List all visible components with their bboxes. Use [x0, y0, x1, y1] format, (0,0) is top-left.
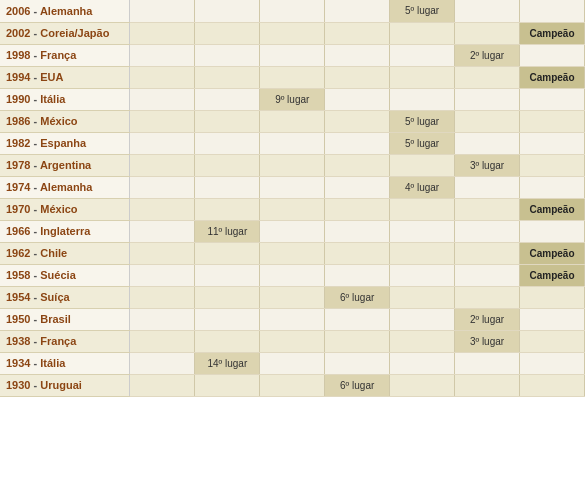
empty-cell — [130, 352, 195, 374]
empty-cell — [390, 220, 455, 242]
empty-cell — [455, 110, 520, 132]
table-row: 1954 - Suíça6º lugar — [0, 286, 585, 308]
empty-cell — [455, 220, 520, 242]
country-text: França — [40, 335, 76, 347]
row-label: 1950 - Brasil — [0, 308, 130, 330]
empty-cell — [260, 154, 325, 176]
year-text: 1970 — [6, 203, 30, 215]
empty-cell — [519, 374, 584, 396]
placement-cell: 3º lugar — [455, 154, 520, 176]
empty-cell — [130, 264, 195, 286]
empty-cell — [130, 88, 195, 110]
year-text: 1962 — [6, 247, 30, 259]
empty-cell — [519, 44, 584, 66]
empty-cell — [455, 242, 520, 264]
empty-cell — [390, 22, 455, 44]
year-text: 1998 — [6, 49, 30, 61]
empty-cell — [390, 374, 455, 396]
empty-cell — [195, 44, 260, 66]
year-text: 1994 — [6, 71, 30, 83]
empty-cell — [519, 132, 584, 154]
champion-cell: Campeão — [519, 22, 584, 44]
empty-cell — [455, 132, 520, 154]
empty-cell — [195, 154, 260, 176]
empty-cell — [519, 330, 584, 352]
main-table-container: 2006 - Alemanha5º lugar2002 - Coreia/Jap… — [0, 0, 585, 397]
empty-cell — [260, 286, 325, 308]
empty-cell — [130, 22, 195, 44]
empty-cell — [260, 330, 325, 352]
row-label: 1938 - França — [0, 330, 130, 352]
empty-cell — [260, 0, 325, 22]
empty-cell — [325, 22, 390, 44]
empty-cell — [519, 286, 584, 308]
empty-cell — [390, 154, 455, 176]
empty-cell — [195, 176, 260, 198]
year-text: 1954 — [6, 291, 30, 303]
empty-cell — [260, 110, 325, 132]
country-text: Alemanha — [40, 181, 93, 193]
row-label: 1974 - Alemanha — [0, 176, 130, 198]
empty-cell — [195, 132, 260, 154]
year-text: 1974 — [6, 181, 30, 193]
empty-cell — [390, 330, 455, 352]
champion-cell: Campeão — [519, 264, 584, 286]
empty-cell — [130, 308, 195, 330]
empty-cell — [325, 308, 390, 330]
country-text: Suécia — [40, 269, 75, 281]
row-label: 1934 - Itália — [0, 352, 130, 374]
empty-cell — [519, 88, 584, 110]
year-text: 2006 — [6, 5, 30, 17]
empty-cell — [519, 352, 584, 374]
country-text: Suíça — [40, 291, 69, 303]
table-row: 1966 - Inglaterra11º lugar — [0, 220, 585, 242]
empty-cell — [260, 44, 325, 66]
empty-cell — [260, 264, 325, 286]
row-label: 1982 - Espanha — [0, 132, 130, 154]
placement-cell: 2º lugar — [455, 44, 520, 66]
year-text: 1938 — [6, 335, 30, 347]
empty-cell — [390, 88, 455, 110]
table-row: 1958 - SuéciaCampeão — [0, 264, 585, 286]
placement-cell: 6º lugar — [325, 286, 390, 308]
empty-cell — [195, 198, 260, 220]
empty-cell — [130, 286, 195, 308]
empty-cell — [195, 0, 260, 22]
row-label: 1986 - México — [0, 110, 130, 132]
country-text: Coreia/Japão — [40, 27, 109, 39]
country-text: Itália — [40, 93, 65, 105]
country-text: Uruguai — [40, 379, 82, 391]
country-text: Chile — [40, 247, 67, 259]
empty-cell — [195, 330, 260, 352]
table-row: 1974 - Alemanha4º lugar — [0, 176, 585, 198]
champion-cell: Campeão — [519, 198, 584, 220]
empty-cell — [325, 44, 390, 66]
row-label: 1994 - EUA — [0, 66, 130, 88]
empty-cell — [130, 330, 195, 352]
empty-cell — [260, 308, 325, 330]
table-row: 1986 - México5º lugar — [0, 110, 585, 132]
empty-cell — [260, 352, 325, 374]
empty-cell — [325, 154, 390, 176]
placement-cell: 11º lugar — [195, 220, 260, 242]
country-text: Brasil — [40, 313, 71, 325]
placement-cell: 14º lugar — [195, 352, 260, 374]
empty-cell — [390, 264, 455, 286]
table-row: 1982 - Espanha5º lugar — [0, 132, 585, 154]
empty-cell — [455, 66, 520, 88]
empty-cell — [195, 22, 260, 44]
row-label: 2006 - Alemanha — [0, 0, 130, 22]
empty-cell — [195, 66, 260, 88]
results-table: 2006 - Alemanha5º lugar2002 - Coreia/Jap… — [0, 0, 585, 397]
empty-cell — [260, 132, 325, 154]
empty-cell — [130, 132, 195, 154]
empty-cell — [325, 220, 390, 242]
empty-cell — [519, 220, 584, 242]
empty-cell — [325, 264, 390, 286]
country-text: Alemanha — [40, 5, 93, 17]
year-text: 1950 — [6, 313, 30, 325]
empty-cell — [455, 286, 520, 308]
empty-cell — [519, 0, 584, 22]
placement-cell: 2º lugar — [455, 308, 520, 330]
empty-cell — [390, 66, 455, 88]
